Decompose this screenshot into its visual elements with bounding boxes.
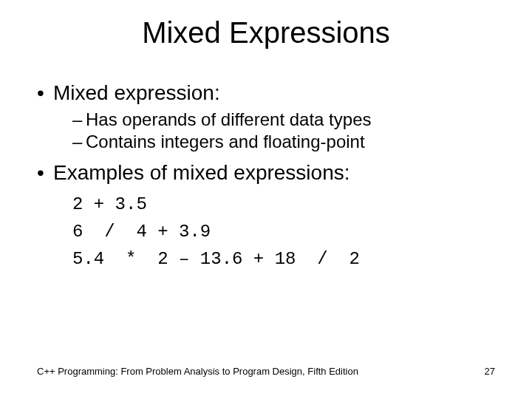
slide-body: •Mixed expression: –Has operands of diff… [37,81,495,273]
bullet-dot-icon: • [37,161,53,185]
footer-source: C++ Programming: From Problem Analysis t… [37,366,358,377]
bullet-dot-icon: • [37,81,53,105]
code-line: 2 + 3.5 [72,194,147,214]
slide-title: Mixed Expressions [0,16,532,50]
bullet-level1: •Mixed expression: [37,81,495,105]
bullet-dash-icon: – [72,132,86,152]
code-example-block: 2 + 3.5 6 / 4 + 3.9 5.4 * 2 – 13.6 + 18 … [72,191,495,273]
bullet-text: Examples of mixed expressions: [53,161,350,184]
code-line: 6 / 4 + 3.9 [72,222,211,242]
bullet-dash-icon: – [72,109,86,130]
bullet-text: Has operands of different data types [86,109,371,129]
bullet-level2: –Has operands of different data types [72,109,495,130]
bullet-level2: –Contains integers and floating-point [72,132,495,152]
bullet-text: Contains integers and floating-point [86,132,365,151]
bullet-level1: •Examples of mixed expressions: [37,161,495,185]
bullet-text: Mixed expression: [53,81,220,104]
code-line: 5.4 * 2 – 13.6 + 18 / 2 [72,249,360,269]
footer-page-number: 27 [485,366,495,377]
